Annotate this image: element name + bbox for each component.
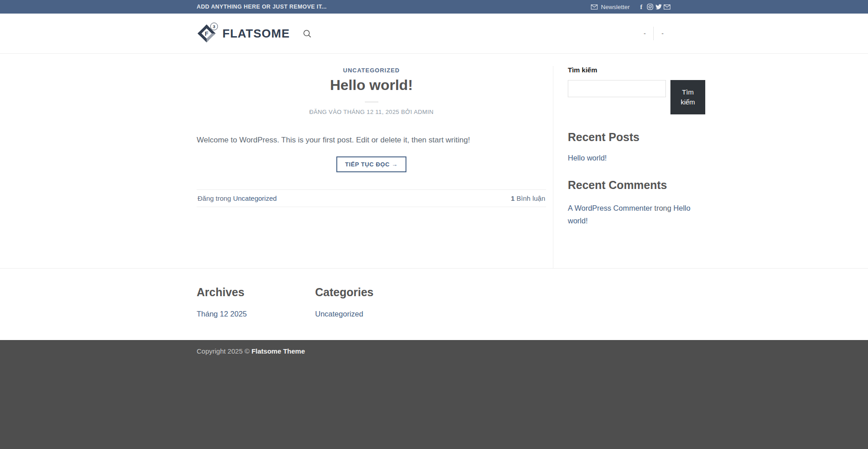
twitter-icon[interactable] — [654, 3, 663, 10]
meta-date-link[interactable]: THÁNG 12 11, 2025 — [344, 109, 400, 115]
comment-author-link[interactable]: A WordPress Commenter — [568, 204, 652, 212]
newsletter-link[interactable]: Newsletter — [591, 4, 630, 10]
recent-posts-title: Recent Posts — [568, 131, 705, 144]
post-title[interactable]: Hello world! — [197, 77, 546, 94]
comments-count: 1 — [511, 194, 514, 202]
site-logo[interactable]: F 3 FLATSOME — [197, 24, 290, 43]
top-bar: ADD ANYTHING HERE OR JUST REMOVE IT... N… — [0, 0, 868, 14]
title-divider — [365, 101, 378, 103]
nav-item-1[interactable]: - — [636, 30, 654, 37]
sidebar: Tìm kiếm Tìm kiếm Recent Posts Hello wor… — [553, 66, 705, 268]
main-section: UNCATEGORIZED Hello world! ĐĂNG VÀO THÁN… — [0, 54, 868, 268]
copyright-text: Copyright 2025 © Flatsome Theme — [197, 347, 671, 355]
post-footer-meta: Đăng trong Uncategorized 1 Bình luận — [197, 189, 546, 207]
facebook-icon[interactable]: f — [637, 3, 646, 10]
nav-item-2[interactable]: - — [654, 30, 671, 37]
recent-comment-item: A WordPress Commenter trong Hello world! — [568, 202, 705, 227]
archives-widget: Archives Tháng 12 2025 — [197, 280, 315, 318]
post-excerpt: Welcome to WordPress. This is your first… — [197, 134, 546, 146]
logo-text: FLATSOME — [222, 27, 290, 41]
copyright-brand: Flatsome Theme — [251, 347, 305, 355]
search-widget: Tìm kiếm Tìm kiếm — [568, 66, 705, 114]
comment-connector: trong — [654, 204, 671, 212]
copyright-prefix: Copyright 2025 © — [197, 347, 250, 355]
newsletter-label: Newsletter — [601, 4, 630, 10]
comments-link[interactable]: 1 Bình luận — [511, 194, 545, 202]
topbar-right-group: Newsletter f — [591, 3, 671, 10]
instagram-icon[interactable] — [646, 3, 654, 10]
recent-comments-title: Recent Comments — [568, 179, 705, 192]
recent-comments-widget: Recent Comments A WordPress Commenter tr… — [568, 179, 705, 227]
categories-widget: Categories Uncategorized — [315, 280, 434, 318]
recent-post-link[interactable]: Hello world! — [568, 154, 607, 162]
post-category-link[interactable]: UNCATEGORIZED — [343, 67, 400, 74]
posted-in-category-link[interactable]: Uncategorized — [233, 194, 277, 202]
comments-label: Bình luận — [517, 194, 545, 202]
search-widget-label: Tìm kiếm — [568, 66, 705, 74]
archives-title: Archives — [197, 286, 315, 299]
meta-prefix: ĐĂNG VÀO — [309, 109, 342, 115]
social-icons-group: f — [637, 3, 671, 10]
footer-widgets: Archives Tháng 12 2025 Categories Uncate… — [0, 268, 868, 340]
absolute-footer: Copyright 2025 © Flatsome Theme — [0, 340, 868, 360]
posted-in-prefix: Đăng trong — [198, 194, 231, 202]
meta-by: BỞI — [401, 109, 412, 115]
header-nav: - - — [636, 14, 671, 53]
search-submit-button[interactable]: Tìm kiếm — [670, 80, 705, 114]
topbar-message: ADD ANYTHING HERE OR JUST REMOVE IT... — [197, 4, 327, 10]
article-header: UNCATEGORIZED Hello world! ĐĂNG VÀO THÁN… — [197, 66, 546, 115]
flatsome-logo-icon: F 3 — [197, 24, 217, 43]
category-link[interactable]: Uncategorized — [315, 310, 363, 318]
categories-title: Categories — [315, 286, 434, 299]
archive-link[interactable]: Tháng 12 2025 — [197, 310, 247, 318]
logo-version-badge: 3 — [210, 23, 218, 30]
search-icon[interactable] — [302, 29, 312, 38]
email-icon[interactable] — [663, 3, 671, 10]
post-meta: ĐĂNG VÀO THÁNG 12 11, 2025 BỞI ADMIN — [197, 109, 546, 115]
search-input[interactable] — [568, 80, 666, 97]
post-column: UNCATEGORIZED Hello world! ĐĂNG VÀO THÁN… — [197, 66, 553, 268]
newsletter-envelope-icon — [591, 5, 601, 9]
recent-posts-widget: Recent Posts Hello world! — [568, 131, 705, 162]
posted-in: Đăng trong Uncategorized — [198, 194, 277, 202]
meta-author-link[interactable]: ADMIN — [414, 109, 434, 115]
read-more-button[interactable]: TIẾP TỤC ĐỌC → — [336, 156, 406, 172]
site-header: F 3 FLATSOME - - — [0, 14, 868, 54]
